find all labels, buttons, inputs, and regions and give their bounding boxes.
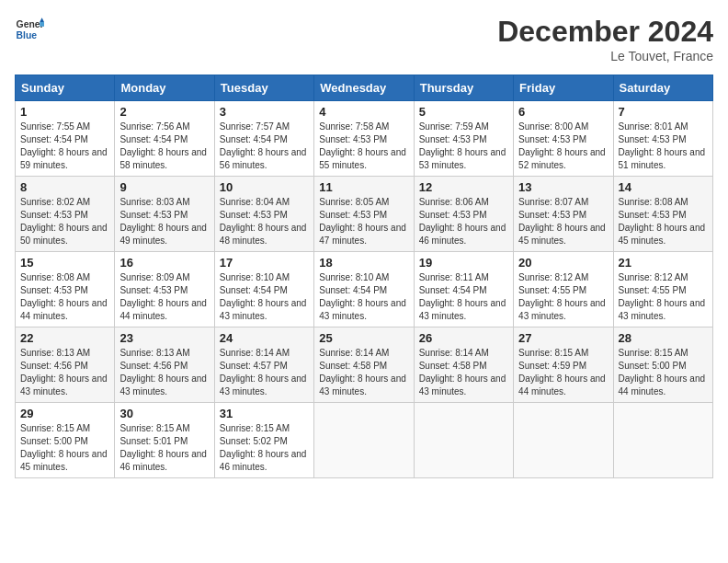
calendar-cell: 19Sunrise: 8:11 AM Sunset: 4:54 PM Dayli… [414,252,513,327]
calendar-week-3: 15Sunrise: 8:08 AM Sunset: 4:53 PM Dayli… [16,252,713,327]
calendar-week-2: 8Sunrise: 8:02 AM Sunset: 4:53 PM Daylig… [16,177,713,252]
weekday-header-saturday: Saturday [613,75,712,101]
logo-icon: General Blue [15,15,44,44]
svg-marker-3 [40,22,44,27]
month-title: December 2024 [497,15,713,49]
calendar-cell: 20Sunrise: 8:12 AM Sunset: 4:55 PM Dayli… [514,252,613,327]
calendar-cell [314,403,414,478]
weekday-header-tuesday: Tuesday [214,75,313,101]
calendar-cell: 3Sunrise: 7:57 AM Sunset: 4:54 PM Daylig… [214,101,313,177]
location: Le Touvet, France [497,49,713,63]
calendar-cell: 25Sunrise: 8:14 AM Sunset: 4:58 PM Dayli… [314,327,414,403]
calendar-week-4: 22Sunrise: 8:13 AM Sunset: 4:56 PM Dayli… [16,327,713,403]
calendar-cell: 23Sunrise: 8:13 AM Sunset: 4:56 PM Dayli… [115,327,214,403]
svg-text:Blue: Blue [17,30,38,40]
calendar-week-1: 1Sunrise: 7:55 AM Sunset: 4:54 PM Daylig… [16,101,713,177]
calendar-cell: 2Sunrise: 7:56 AM Sunset: 4:54 PM Daylig… [115,101,214,177]
weekday-header-wednesday: Wednesday [314,75,414,101]
title-area: December 2024 Le Touvet, France [497,15,713,63]
calendar-cell: 22Sunrise: 8:13 AM Sunset: 4:56 PM Dayli… [16,327,115,403]
calendar-cell: 6Sunrise: 8:00 AM Sunset: 4:53 PM Daylig… [514,101,613,177]
calendar-table: SundayMondayTuesdayWednesdayThursdayFrid… [15,75,713,478]
weekday-header-sunday: Sunday [16,75,115,101]
calendar-cell: 26Sunrise: 8:14 AM Sunset: 4:58 PM Dayli… [414,327,513,403]
weekday-header-thursday: Thursday [414,75,513,101]
calendar-cell: 16Sunrise: 8:09 AM Sunset: 4:53 PM Dayli… [115,252,214,327]
calendar-cell: 9Sunrise: 8:03 AM Sunset: 4:53 PM Daylig… [115,177,214,252]
calendar-cell: 30Sunrise: 8:15 AM Sunset: 5:01 PM Dayli… [115,403,214,478]
calendar-cell: 24Sunrise: 8:14 AM Sunset: 4:57 PM Dayli… [214,327,313,403]
calendar-week-5: 29Sunrise: 8:15 AM Sunset: 5:00 PM Dayli… [16,403,713,478]
calendar-cell: 13Sunrise: 8:07 AM Sunset: 4:53 PM Dayli… [514,177,613,252]
calendar-cell: 28Sunrise: 8:15 AM Sunset: 5:00 PM Dayli… [613,327,712,403]
calendar-cell: 4Sunrise: 7:58 AM Sunset: 4:53 PM Daylig… [314,101,414,177]
calendar-cell: 18Sunrise: 8:10 AM Sunset: 4:54 PM Dayli… [314,252,414,327]
calendar-cell: 1Sunrise: 7:55 AM Sunset: 4:54 PM Daylig… [16,101,115,177]
calendar-cell [613,403,712,478]
calendar-cell: 27Sunrise: 8:15 AM Sunset: 4:59 PM Dayli… [514,327,613,403]
calendar-cell: 5Sunrise: 7:59 AM Sunset: 4:53 PM Daylig… [414,101,513,177]
calendar-cell: 8Sunrise: 8:02 AM Sunset: 4:53 PM Daylig… [16,177,115,252]
weekday-header-row: SundayMondayTuesdayWednesdayThursdayFrid… [16,75,713,101]
logo: General Blue [15,15,44,44]
page-header: General Blue December 2024 Le Touvet, Fr… [15,15,713,63]
calendar-cell: 17Sunrise: 8:10 AM Sunset: 4:54 PM Dayli… [214,252,313,327]
calendar-cell: 21Sunrise: 8:12 AM Sunset: 4:55 PM Dayli… [613,252,712,327]
calendar-cell: 14Sunrise: 8:08 AM Sunset: 4:53 PM Dayli… [613,177,712,252]
calendar-cell: 10Sunrise: 8:04 AM Sunset: 4:53 PM Dayli… [214,177,313,252]
calendar-cell: 12Sunrise: 8:06 AM Sunset: 4:53 PM Dayli… [414,177,513,252]
weekday-header-monday: Monday [115,75,214,101]
calendar-cell [414,403,513,478]
weekday-header-friday: Friday [514,75,613,101]
calendar-cell: 7Sunrise: 8:01 AM Sunset: 4:53 PM Daylig… [613,101,712,177]
calendar-cell: 15Sunrise: 8:08 AM Sunset: 4:53 PM Dayli… [16,252,115,327]
calendar-cell: 29Sunrise: 8:15 AM Sunset: 5:00 PM Dayli… [16,403,115,478]
calendar-cell [514,403,613,478]
calendar-cell: 31Sunrise: 8:15 AM Sunset: 5:02 PM Dayli… [214,403,313,478]
calendar-cell: 11Sunrise: 8:05 AM Sunset: 4:53 PM Dayli… [314,177,414,252]
